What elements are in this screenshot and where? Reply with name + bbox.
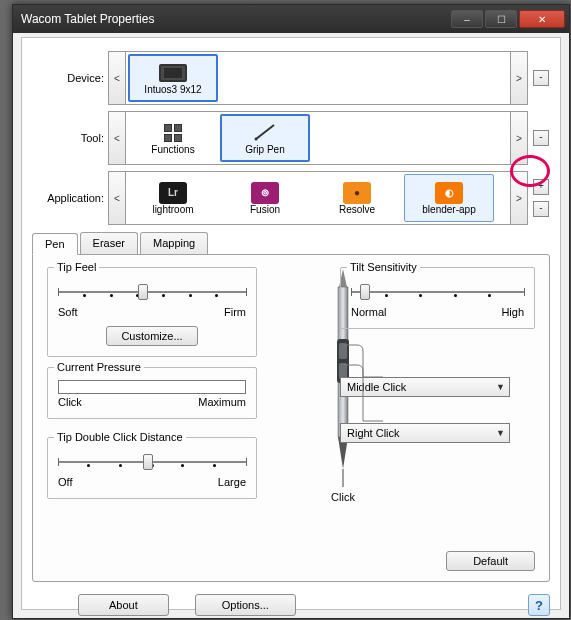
tip-feel-min: Soft — [58, 306, 78, 318]
tilt-title: Tilt Sensitivity — [347, 261, 420, 273]
close-button[interactable]: ✕ — [519, 10, 565, 28]
pressure-max: Maximum — [198, 396, 246, 408]
upper-button-value: Middle Click — [347, 381, 406, 393]
current-pressure-group: Current Pressure ClickMaximum — [47, 367, 257, 419]
app-add-button[interactable]: + — [533, 179, 549, 195]
device-track: Intuos3 9x12 — [126, 51, 510, 105]
tool-track: Functions Grip Pen — [126, 111, 510, 165]
double-click-min: Off — [58, 476, 72, 488]
application-row: Application: < Lr lightroom ⊚ Fusion ● R… — [32, 170, 550, 226]
application-label: Application: — [32, 192, 108, 204]
tool-scroll-right[interactable]: > — [510, 111, 528, 165]
app-tile-label: blender-app — [422, 204, 475, 215]
help-button[interactable]: ? — [528, 594, 550, 616]
tip-feel-thumb[interactable] — [138, 284, 148, 300]
tool-plusminus: - — [532, 111, 550, 165]
tip-feel-title: Tip Feel — [54, 261, 99, 273]
window-title: Wacom Tablet Properties — [21, 12, 449, 26]
device-scroll-right[interactable]: > — [510, 51, 528, 105]
double-click-thumb[interactable] — [143, 454, 153, 470]
device-tile-label: Intuos3 9x12 — [144, 84, 201, 95]
options-button[interactable]: Options... — [195, 594, 296, 616]
device-plusminus: - — [532, 51, 550, 105]
resolve-icon: ● — [343, 182, 371, 204]
chevron-down-icon: ▼ — [496, 428, 505, 438]
tool-label: Tool: — [32, 132, 108, 144]
tool-row: Tool: < Functions Grip Pen > - — [32, 110, 550, 166]
chevron-down-icon: ▼ — [496, 382, 505, 392]
app-tile-label: Fusion — [250, 204, 280, 215]
functions-icon — [159, 122, 187, 144]
tablet-icon — [159, 62, 187, 84]
maximize-button[interactable]: ☐ — [485, 10, 517, 28]
tabs-area: Pen Eraser Mapping Tip Feel SoftFirm — [32, 232, 550, 582]
lower-button-combo[interactable]: Right Click ▼ — [340, 423, 510, 443]
double-click-title: Tip Double Click Distance — [54, 431, 186, 443]
pen-tip-label: Click — [331, 491, 355, 503]
default-button[interactable]: Default — [446, 551, 535, 571]
tip-feel-slider[interactable] — [58, 280, 246, 304]
tool-tile-label: Functions — [151, 144, 194, 155]
tilt-min: Normal — [351, 306, 386, 318]
content-panel: Device: < Intuos3 9x12 > - Tool: < Funct… — [21, 37, 561, 610]
app-track: Lr lightroom ⊚ Fusion ● Resolve ◐ blende… — [126, 171, 510, 225]
device-row: Device: < Intuos3 9x12 > - — [32, 50, 550, 106]
pressure-bar — [58, 380, 246, 394]
tab-mapping[interactable]: Mapping — [140, 232, 208, 254]
pen-tab-panel: Tip Feel SoftFirm Customize... — [32, 254, 550, 582]
device-remove-button[interactable]: - — [533, 70, 549, 86]
app-scroll-left[interactable]: < — [108, 171, 126, 225]
double-click-max: Large — [218, 476, 246, 488]
tool-remove-button[interactable]: - — [533, 130, 549, 146]
device-label: Device: — [32, 72, 108, 84]
grip-pen-icon — [251, 122, 279, 144]
app-tile-label: Resolve — [339, 204, 375, 215]
app-scroll-right[interactable]: > — [510, 171, 528, 225]
tool-tile-grip-pen[interactable]: Grip Pen — [220, 114, 310, 162]
tip-feel-max: Firm — [224, 306, 246, 318]
upper-button-combo[interactable]: Middle Click ▼ — [340, 377, 510, 397]
app-tile-resolve[interactable]: ● Resolve — [312, 174, 402, 222]
double-click-slider[interactable] — [58, 450, 246, 474]
tilt-max: High — [501, 306, 524, 318]
fusion-icon: ⊚ — [251, 182, 279, 204]
left-column: Tip Feel SoftFirm Customize... — [47, 267, 257, 509]
tool-tile-label: Grip Pen — [245, 144, 284, 155]
svg-point-1 — [255, 137, 258, 140]
tilt-group: Tilt Sensitivity NormalHigh — [340, 267, 535, 329]
tool-tile-functions[interactable]: Functions — [128, 114, 218, 162]
device-tile-intuos[interactable]: Intuos3 9x12 — [128, 54, 218, 102]
app-plusminus: + - — [532, 171, 550, 225]
lower-button-value: Right Click — [347, 427, 400, 439]
tilt-thumb[interactable] — [360, 284, 370, 300]
blender-icon: ◐ — [435, 182, 463, 204]
double-click-group: Tip Double Click Distance OffLarge — [47, 437, 257, 499]
app-tile-fusion[interactable]: ⊚ Fusion — [220, 174, 310, 222]
app-tile-label: lightroom — [152, 204, 193, 215]
app-remove-button[interactable]: - — [533, 201, 549, 217]
pressure-min: Click — [58, 396, 82, 408]
app-tile-lightroom[interactable]: Lr lightroom — [128, 174, 218, 222]
tab-pen[interactable]: Pen — [32, 233, 78, 255]
lightroom-icon: Lr — [159, 182, 187, 204]
tab-eraser[interactable]: Eraser — [80, 232, 138, 254]
app-tile-blender[interactable]: ◐ blender-app — [404, 174, 494, 222]
minimize-button[interactable]: – — [451, 10, 483, 28]
customize-button[interactable]: Customize... — [106, 326, 197, 346]
titlebar[interactable]: Wacom Tablet Properties – ☐ ✕ — [13, 5, 569, 33]
svg-line-0 — [256, 125, 274, 139]
device-scroll-left[interactable]: < — [108, 51, 126, 105]
footer: About Options... ? — [32, 594, 550, 616]
tip-feel-group: Tip Feel SoftFirm Customize... — [47, 267, 257, 357]
tool-scroll-left[interactable]: < — [108, 111, 126, 165]
tilt-slider[interactable] — [351, 280, 524, 304]
tab-strip: Pen Eraser Mapping — [32, 232, 550, 254]
right-column: Tilt Sensitivity NormalHigh Middle Click… — [340, 267, 535, 443]
about-button[interactable]: About — [78, 594, 169, 616]
window: Wacom Tablet Properties – ☐ ✕ Device: < … — [12, 4, 570, 619]
current-pressure-title: Current Pressure — [54, 361, 144, 373]
